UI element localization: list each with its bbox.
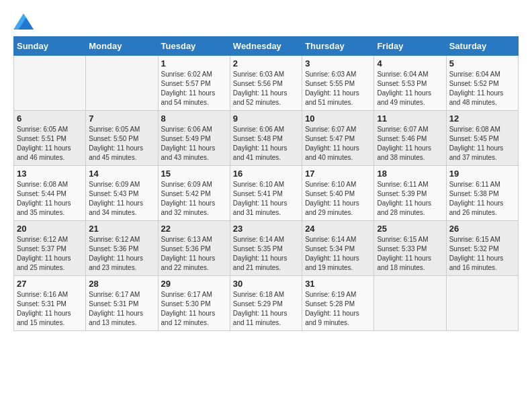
day-number: 21	[89, 224, 154, 234]
day-header-thursday: Thursday	[302, 37, 374, 56]
day-number: 25	[377, 224, 443, 234]
calendar-cell	[86, 56, 158, 111]
day-number: 11	[377, 113, 443, 124]
day-info: Sunrise: 6:15 AM Sunset: 5:33 PM Dayligh…	[377, 235, 443, 273]
day-header-wednesday: Wednesday	[230, 37, 302, 56]
day-info: Sunrise: 6:03 AM Sunset: 5:55 PM Dayligh…	[305, 70, 371, 107]
calendar-cell: 24Sunrise: 6:14 AM Sunset: 5:34 PM Dayli…	[302, 221, 374, 276]
day-number: 31	[305, 279, 371, 289]
day-info: Sunrise: 6:02 AM Sunset: 5:57 PM Dayligh…	[161, 70, 227, 107]
calendar-cell: 17Sunrise: 6:10 AM Sunset: 5:40 PM Dayli…	[302, 166, 374, 221]
day-number: 3	[305, 58, 371, 68]
day-info: Sunrise: 6:05 AM Sunset: 5:51 PM Dayligh…	[17, 125, 83, 163]
calendar-cell	[446, 276, 518, 331]
calendar-cell: 4Sunrise: 6:04 AM Sunset: 5:53 PM Daylig…	[374, 56, 446, 111]
calendar-cell: 13Sunrise: 6:08 AM Sunset: 5:44 PM Dayli…	[14, 166, 86, 221]
day-info: Sunrise: 6:07 AM Sunset: 5:46 PM Dayligh…	[377, 125, 443, 163]
logo	[13, 13, 36, 30]
calendar-cell: 3Sunrise: 6:03 AM Sunset: 5:55 PM Daylig…	[302, 56, 374, 111]
day-number: 17	[305, 169, 371, 179]
day-number: 15	[161, 169, 227, 179]
day-number: 24	[305, 224, 371, 234]
calendar-cell: 20Sunrise: 6:12 AM Sunset: 5:37 PM Dayli…	[14, 221, 86, 276]
calendar-cell: 27Sunrise: 6:16 AM Sunset: 5:31 PM Dayli…	[14, 276, 86, 331]
calendar-week-row: 13Sunrise: 6:08 AM Sunset: 5:44 PM Dayli…	[14, 166, 519, 221]
calendar-cell: 26Sunrise: 6:15 AM Sunset: 5:32 PM Dayli…	[446, 221, 518, 276]
calendar-cell: 2Sunrise: 6:03 AM Sunset: 5:56 PM Daylig…	[230, 56, 302, 111]
day-number: 8	[161, 113, 227, 124]
day-header-sunday: Sunday	[14, 37, 86, 56]
day-number: 2	[233, 58, 299, 68]
day-number: 22	[161, 224, 227, 234]
calendar-cell: 1Sunrise: 6:02 AM Sunset: 5:57 PM Daylig…	[158, 56, 230, 111]
calendar-cell: 25Sunrise: 6:15 AM Sunset: 5:33 PM Dayli…	[374, 221, 446, 276]
day-info: Sunrise: 6:17 AM Sunset: 5:31 PM Dayligh…	[89, 290, 154, 328]
day-info: Sunrise: 6:10 AM Sunset: 5:41 PM Dayligh…	[233, 180, 299, 218]
calendar-cell: 18Sunrise: 6:11 AM Sunset: 5:39 PM Dayli…	[374, 166, 446, 221]
day-info: Sunrise: 6:09 AM Sunset: 5:42 PM Dayligh…	[161, 180, 227, 218]
day-number: 6	[17, 113, 83, 124]
day-info: Sunrise: 6:19 AM Sunset: 5:28 PM Dayligh…	[305, 290, 371, 328]
calendar-week-row: 27Sunrise: 6:16 AM Sunset: 5:31 PM Dayli…	[14, 276, 519, 331]
calendar-cell: 14Sunrise: 6:09 AM Sunset: 5:43 PM Dayli…	[86, 166, 158, 221]
day-info: Sunrise: 6:11 AM Sunset: 5:38 PM Dayligh…	[449, 180, 515, 218]
day-number: 7	[89, 113, 154, 124]
day-info: Sunrise: 6:15 AM Sunset: 5:32 PM Dayligh…	[449, 235, 515, 273]
calendar-cell: 16Sunrise: 6:10 AM Sunset: 5:41 PM Dayli…	[230, 166, 302, 221]
day-info: Sunrise: 6:08 AM Sunset: 5:45 PM Dayligh…	[449, 125, 515, 163]
day-info: Sunrise: 6:13 AM Sunset: 5:36 PM Dayligh…	[161, 235, 227, 273]
calendar-cell: 10Sunrise: 6:07 AM Sunset: 5:47 PM Dayli…	[302, 111, 374, 166]
day-number: 4	[377, 58, 443, 68]
day-info: Sunrise: 6:09 AM Sunset: 5:43 PM Dayligh…	[89, 180, 154, 218]
day-info: Sunrise: 6:04 AM Sunset: 5:53 PM Dayligh…	[377, 70, 443, 107]
calendar-cell: 23Sunrise: 6:14 AM Sunset: 5:35 PM Dayli…	[230, 221, 302, 276]
day-number: 30	[233, 279, 299, 289]
calendar-week-row: 1Sunrise: 6:02 AM Sunset: 5:57 PM Daylig…	[14, 56, 519, 111]
day-info: Sunrise: 6:14 AM Sunset: 5:34 PM Dayligh…	[305, 235, 371, 273]
calendar-cell: 31Sunrise: 6:19 AM Sunset: 5:28 PM Dayli…	[302, 276, 374, 331]
day-number: 18	[377, 169, 443, 179]
calendar-cell: 5Sunrise: 6:04 AM Sunset: 5:52 PM Daylig…	[446, 56, 518, 111]
day-info: Sunrise: 6:14 AM Sunset: 5:35 PM Dayligh…	[233, 235, 299, 273]
day-info: Sunrise: 6:03 AM Sunset: 5:56 PM Dayligh…	[233, 70, 299, 107]
day-header-saturday: Saturday	[446, 37, 518, 56]
calendar-cell: 29Sunrise: 6:17 AM Sunset: 5:30 PM Dayli…	[158, 276, 230, 331]
day-number: 13	[17, 169, 83, 179]
day-header-monday: Monday	[86, 37, 158, 56]
calendar-cell: 28Sunrise: 6:17 AM Sunset: 5:31 PM Dayli…	[86, 276, 158, 331]
day-number: 19	[449, 169, 515, 179]
day-info: Sunrise: 6:04 AM Sunset: 5:52 PM Dayligh…	[449, 70, 515, 107]
day-info: Sunrise: 6:10 AM Sunset: 5:40 PM Dayligh…	[305, 180, 371, 218]
calendar-cell: 7Sunrise: 6:05 AM Sunset: 5:50 PM Daylig…	[86, 111, 158, 166]
day-info: Sunrise: 6:06 AM Sunset: 5:48 PM Dayligh…	[233, 125, 299, 163]
day-header-tuesday: Tuesday	[158, 37, 230, 56]
calendar-header-row: SundayMondayTuesdayWednesdayThursdayFrid…	[14, 37, 519, 56]
day-number: 27	[17, 279, 83, 289]
day-info: Sunrise: 6:17 AM Sunset: 5:30 PM Dayligh…	[161, 290, 227, 328]
calendar-cell: 12Sunrise: 6:08 AM Sunset: 5:45 PM Dayli…	[446, 111, 518, 166]
calendar-cell: 15Sunrise: 6:09 AM Sunset: 5:42 PM Dayli…	[158, 166, 230, 221]
calendar-cell: 11Sunrise: 6:07 AM Sunset: 5:46 PM Dayli…	[374, 111, 446, 166]
day-number: 29	[161, 279, 227, 289]
day-number: 20	[17, 224, 83, 234]
day-number: 5	[449, 58, 515, 68]
day-number: 9	[233, 113, 299, 124]
day-number: 26	[449, 224, 515, 234]
calendar-cell: 30Sunrise: 6:18 AM Sunset: 5:29 PM Dayli…	[230, 276, 302, 331]
day-info: Sunrise: 6:06 AM Sunset: 5:49 PM Dayligh…	[161, 125, 227, 163]
day-header-friday: Friday	[374, 37, 446, 56]
day-info: Sunrise: 6:18 AM Sunset: 5:29 PM Dayligh…	[233, 290, 299, 328]
day-info: Sunrise: 6:05 AM Sunset: 5:50 PM Dayligh…	[89, 125, 154, 163]
day-info: Sunrise: 6:08 AM Sunset: 5:44 PM Dayligh…	[17, 180, 83, 218]
day-number: 12	[449, 113, 515, 124]
calendar-cell	[374, 276, 446, 331]
day-info: Sunrise: 6:12 AM Sunset: 5:37 PM Dayligh…	[17, 235, 83, 273]
logo-icon	[13, 13, 34, 30]
calendar-table: SundayMondayTuesdayWednesdayThursdayFrid…	[13, 36, 519, 331]
day-number: 1	[161, 58, 227, 68]
calendar-week-row: 20Sunrise: 6:12 AM Sunset: 5:37 PM Dayli…	[14, 221, 519, 276]
page-header	[13, 13, 519, 30]
calendar-cell: 19Sunrise: 6:11 AM Sunset: 5:38 PM Dayli…	[446, 166, 518, 221]
calendar-cell: 9Sunrise: 6:06 AM Sunset: 5:48 PM Daylig…	[230, 111, 302, 166]
day-info: Sunrise: 6:11 AM Sunset: 5:39 PM Dayligh…	[377, 180, 443, 218]
